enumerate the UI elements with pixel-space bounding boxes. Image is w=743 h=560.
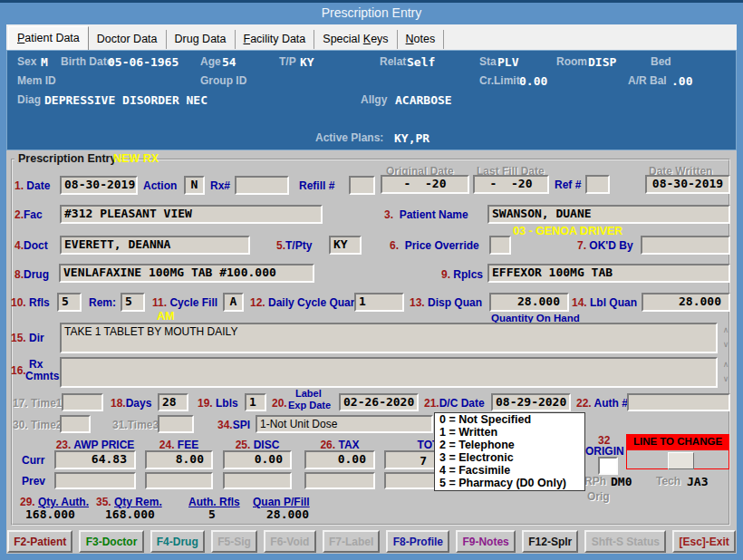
tab-special-keys[interactable]: Special Keys xyxy=(314,30,397,49)
origin-input[interactable] xyxy=(598,457,618,475)
origin-option-3[interactable]: 3 = Electronic xyxy=(435,451,584,464)
sta-label: Sta xyxy=(479,55,497,68)
disc-prev-input[interactable] xyxy=(223,472,292,489)
shft-s-status-button[interactable]: Shft-S Status xyxy=(584,530,666,553)
cycle-fill-label: Cycle Fill xyxy=(169,296,217,309)
tax-curr-input[interactable]: 0.00 xyxy=(304,450,375,469)
origin-option-0[interactable]: 0 = Not Specified xyxy=(435,413,584,426)
tpty-field-number: 5. xyxy=(276,239,285,252)
dir-scroll-down-icon[interactable]: ∨ xyxy=(719,341,732,349)
origin-option-1[interactable]: 1 = Written xyxy=(435,426,584,439)
qty-auth-value: 168.000 xyxy=(25,507,75,521)
price-override-input[interactable] xyxy=(489,236,511,255)
active-plans-label: Active Plans: xyxy=(315,131,383,144)
last-fill-date-input[interactable]: - -20 xyxy=(473,175,549,194)
disp-quan-number: 13. xyxy=(410,296,425,309)
tab-facility-data[interactable]: Facility Data xyxy=(236,30,315,49)
fee-number: 24. xyxy=(159,439,175,451)
rem-input[interactable]: 5 xyxy=(121,293,145,312)
awp-curr-input[interactable]: 64.83 xyxy=(54,450,136,469)
rfls-label: Rfls xyxy=(29,296,50,309)
rx-number-input[interactable] xyxy=(235,176,289,195)
ref-number-input[interactable] xyxy=(585,175,610,194)
daily-cycle-quan-number: 12. xyxy=(250,296,265,309)
origin-option-4[interactable]: 4 = Facsimile xyxy=(435,464,584,477)
birth-date-value: 05-06-1965 xyxy=(108,55,179,69)
auth-rfls-label: Auth. Rfls xyxy=(188,496,240,508)
patient-name-input[interactable]: SWANSON, DUANE xyxy=(487,205,730,224)
drug-input[interactable]: VENLAFAXINE 100MG TAB #100.000 xyxy=(59,264,314,283)
refill-number-input[interactable] xyxy=(349,176,375,195)
date-input[interactable]: 08-30-2019 xyxy=(60,176,138,195)
date-written-input[interactable]: 08-30-2019 xyxy=(645,175,730,194)
disp-quan-input[interactable]: 28.000 xyxy=(489,293,569,312)
action-input[interactable]: N xyxy=(184,176,205,195)
rx-comments-input[interactable] xyxy=(60,357,718,388)
origin-option-5[interactable]: 5 = Pharmacy (D0 Only) xyxy=(435,477,584,489)
diag-label: Diag xyxy=(17,93,41,106)
origin-option-2[interactable]: 2 = Telephone xyxy=(435,439,584,451)
auth-number-input[interactable] xyxy=(627,393,730,411)
dir-scroll-up-icon[interactable]: ∧ xyxy=(719,326,732,334)
room-label: Room xyxy=(556,55,587,68)
f7-label-button[interactable]: F7-Label xyxy=(323,530,381,553)
rx-cmnts-scroll-up-icon[interactable]: ∧ xyxy=(719,361,732,369)
relat-value: Self xyxy=(407,55,435,69)
allgy-value: ACARBOSE xyxy=(395,93,452,107)
awp-prev-input[interactable] xyxy=(54,472,136,489)
f3-doctor-button[interactable]: F3-Doctor xyxy=(79,530,143,553)
age-value: 54 xyxy=(222,55,236,69)
dc-date-label: D/C Date xyxy=(439,397,485,410)
fee-curr-input[interactable]: 8.00 xyxy=(145,450,213,469)
time3-input[interactable] xyxy=(158,415,194,433)
patient-name-label: Patient Name xyxy=(400,208,468,221)
f12-splr-button[interactable]: F12-Splr xyxy=(522,530,578,553)
dc-date-number: 21. xyxy=(424,397,439,410)
fee-label: FEE xyxy=(178,439,198,451)
label-exp-date-input[interactable]: 02-26-2020 xyxy=(339,393,419,411)
refills-input[interactable]: 5 xyxy=(57,293,82,312)
tab-patient-data[interactable]: Patient Data xyxy=(8,26,89,50)
tax-prev-input[interactable] xyxy=(304,472,375,489)
lbl-quan-input[interactable]: 28.000 xyxy=(642,293,730,312)
tab-drug-data[interactable]: Drug Data xyxy=(167,30,236,49)
esc-exit-button[interactable]: [Esc]-Exit xyxy=(672,530,736,553)
tab-notes[interactable]: Notes xyxy=(398,30,445,49)
tab-doctor-data[interactable]: Doctor Data xyxy=(89,30,167,49)
spi-select[interactable]: 1-Not Unit Dose xyxy=(256,415,433,433)
original-date-input[interactable]: - -20 xyxy=(381,175,469,194)
f9-notes-button[interactable]: F9-Notes xyxy=(456,530,516,553)
time1-input[interactable] xyxy=(62,393,103,411)
origin-code-dropdown: 0 = Not Specified 1 = Written 2 = Teleph… xyxy=(434,412,585,491)
time2-input[interactable] xyxy=(60,415,91,433)
directions-input[interactable]: TAKE 1 TABLET BY MOUTH DAILY xyxy=(60,323,718,353)
dc-date-input[interactable]: 08-29-2020 xyxy=(491,393,571,411)
daily-cycle-quan-input[interactable]: 1 xyxy=(354,293,404,312)
rx-cmnts-number: 16. xyxy=(11,364,26,377)
tpty-input[interactable]: KY xyxy=(329,236,362,255)
line-to-change-input[interactable] xyxy=(668,452,694,469)
fee-prev-input[interactable] xyxy=(145,472,213,489)
disc-number: 25. xyxy=(236,439,251,451)
doctor-input[interactable]: EVERETT, DEANNA xyxy=(60,236,250,255)
rx-cmnts-scroll-down-icon[interactable]: ∨ xyxy=(719,375,732,383)
okd-by-input[interactable] xyxy=(641,236,730,255)
spi-number: 34. xyxy=(217,419,233,431)
fac-label: Fac xyxy=(24,208,43,221)
f8-profile-button[interactable]: F8-Profile xyxy=(386,530,449,553)
cycle-fill-input[interactable]: A xyxy=(223,293,244,312)
labels-count-input[interactable]: 1 xyxy=(245,393,266,411)
fac-field-number: 2. xyxy=(14,208,24,221)
disc-curr-input[interactable]: 0.00 xyxy=(223,450,292,469)
days-input[interactable]: 28 xyxy=(158,393,188,411)
dir-field-number: 15. xyxy=(11,332,26,344)
facility-input[interactable]: #312 PLEASANT VIEW xyxy=(60,205,323,224)
days-label: Days xyxy=(126,397,152,410)
date-field-number: 1. xyxy=(14,179,24,192)
f4-drug-button[interactable]: F4-Drug xyxy=(150,530,205,553)
f2-patient-button[interactable]: F2-Patient xyxy=(7,530,72,553)
lbl-quan-number: 14. xyxy=(572,296,587,309)
f5-sig-button[interactable]: F5-Sig xyxy=(211,530,257,553)
replaces-input[interactable]: EFFEXOR 100MG TAB xyxy=(487,264,730,283)
f6-void-button[interactable]: F6-Void xyxy=(264,530,316,553)
